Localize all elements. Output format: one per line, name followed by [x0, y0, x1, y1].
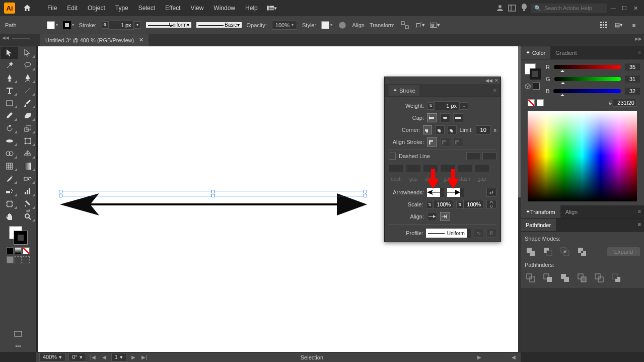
graph-tool[interactable] [19, 185, 36, 197]
blend-tool[interactable] [19, 173, 36, 185]
draw-inside-icon[interactable] [23, 256, 30, 263]
scale-end[interactable]: ⇅100% [456, 200, 483, 209]
style-picker[interactable]: ▾ [321, 21, 332, 29]
eyedropper-tool[interactable] [1, 173, 18, 185]
rectangle-tool[interactable] [1, 97, 18, 109]
panel-menu-icon[interactable]: ≡ [635, 219, 644, 231]
group-icon[interactable]: ▾ [415, 20, 425, 30]
swap-fill-stroke-icon[interactable]: ⇄ [26, 208, 30, 213]
scale-tool[interactable] [19, 122, 36, 134]
minus-back-icon[interactable] [610, 272, 622, 284]
line-tool[interactable] [19, 85, 36, 97]
close-panel-icon[interactable]: ✕ [494, 78, 498, 83]
artboard-tool[interactable] [1, 198, 18, 210]
vertical-scrollbar[interactable] [518, 46, 521, 352]
draw-normal-icon[interactable] [7, 256, 14, 263]
pathfinder-tab[interactable]: Pathfinder [521, 219, 556, 231]
collapse-toolbar-icon[interactable]: ◀◀ [2, 35, 10, 40]
type-tool[interactable] [1, 85, 18, 97]
dash-field[interactable] [457, 164, 472, 172]
color-spectrum[interactable] [528, 111, 637, 201]
document-tab[interactable]: Untitled-3* @ 400 % (RGB/Preview) ✕ [40, 34, 149, 46]
hex-input[interactable]: 231f20 [613, 99, 637, 107]
rotate-tool[interactable] [1, 122, 18, 134]
divide-icon[interactable] [525, 272, 537, 284]
transform-tab[interactable]: ✦ Transform [521, 205, 560, 218]
stroke-swatch[interactable] [14, 231, 27, 244]
green-value[interactable]: 31 [625, 76, 640, 83]
fill-stroke-swatch[interactable]: ⇄ [0, 223, 36, 266]
dash-field[interactable] [389, 164, 404, 172]
panel-menu-icon[interactable]: ≡ [635, 205, 644, 218]
stroke-tab-label[interactable]: Stroke [399, 88, 415, 94]
dash-field[interactable] [423, 164, 438, 172]
color-mode-btn[interactable] [7, 247, 14, 254]
panel-menu-icon[interactable]: ≡ [493, 88, 496, 94]
pen-tool[interactable] [1, 72, 18, 84]
selection-tool[interactable] [1, 47, 18, 59]
none-swatch[interactable] [528, 99, 535, 106]
menu-window[interactable]: Window [209, 3, 239, 14]
miter-limit[interactable]: 10 [476, 125, 491, 134]
perspective-tool[interactable] [19, 148, 36, 160]
mesh-tool[interactable] [1, 160, 18, 172]
width-tool[interactable] [1, 135, 18, 147]
menu-help[interactable]: Help [241, 3, 262, 14]
menu-edit[interactable]: Edit [63, 3, 82, 14]
direct-selection-tool[interactable] [19, 47, 36, 59]
cap-square-icon[interactable] [453, 113, 463, 122]
align-label[interactable]: Align [352, 22, 365, 28]
dash-align-icon[interactable] [482, 152, 496, 160]
green-slider[interactable] [554, 77, 621, 81]
pencil-tool[interactable] [1, 110, 18, 122]
dashed-checkbox[interactable] [389, 153, 396, 160]
edit-toolbar-icon[interactable]: ••• [15, 343, 21, 349]
link-scale-icon[interactable] [486, 200, 496, 209]
draw-behind-icon[interactable] [15, 256, 22, 263]
exclude-icon[interactable] [576, 246, 588, 258]
arrowhead-start-dropdown[interactable] [427, 188, 444, 197]
selected-arrow-object[interactable] [60, 192, 367, 217]
red-slider[interactable] [554, 65, 621, 69]
brush-dropdown[interactable]: Basic▾ [196, 22, 242, 28]
panel-menu-icon[interactable]: ≡ [635, 46, 644, 59]
align-tip-icon[interactable] [427, 212, 437, 221]
screen-mode-icon[interactable] [10, 328, 27, 340]
home-icon[interactable] [20, 1, 34, 15]
unite-icon[interactable] [525, 246, 537, 258]
search-help[interactable]: 🔍 [531, 4, 607, 13]
dash-preserve-icon[interactable] [466, 152, 480, 160]
menu-icon[interactable]: ≡ [629, 20, 639, 30]
gradient-tool[interactable] [19, 160, 36, 172]
outline-icon[interactable] [593, 272, 605, 284]
crop-icon[interactable] [576, 272, 588, 284]
menu-effect[interactable]: Effect [161, 3, 184, 14]
window-close-icon[interactable]: ✕ [631, 5, 640, 12]
isolate-icon[interactable] [400, 20, 410, 30]
arrange-docs-icon[interactable] [507, 3, 517, 13]
corner-miter-icon[interactable] [423, 125, 432, 134]
corner-round-icon[interactable] [435, 125, 444, 134]
scale-start[interactable]: ⇅100% [426, 200, 453, 209]
transform-label[interactable]: Transform [370, 22, 395, 28]
red-value[interactable]: 35 [625, 63, 640, 70]
menu-view[interactable]: View [187, 3, 208, 14]
user-icon[interactable] [495, 3, 505, 13]
gap-field[interactable] [474, 164, 489, 172]
cap-butt-icon[interactable] [427, 113, 437, 122]
menu-file[interactable]: File [43, 3, 61, 14]
blue-slider[interactable] [553, 89, 621, 93]
rotate-dropdown[interactable]: 0°▾ [68, 353, 86, 361]
merge-icon[interactable] [559, 272, 571, 284]
cube-icon[interactable] [525, 83, 541, 90]
list-icon[interactable]: ▤▾ [614, 20, 624, 30]
trim-icon[interactable] [542, 272, 554, 284]
recolor-icon[interactable] [337, 20, 347, 30]
profile-dropdown[interactable]: Uniform▾ [146, 22, 191, 28]
minus-front-icon[interactable] [542, 246, 554, 258]
none-mode-btn[interactable] [23, 247, 30, 254]
hand-tool[interactable] [1, 210, 18, 223]
magic-wand-tool[interactable] [1, 59, 18, 71]
next-artboard-icon[interactable]: ▶ [129, 354, 137, 360]
free-transform-tool[interactable] [19, 135, 36, 147]
